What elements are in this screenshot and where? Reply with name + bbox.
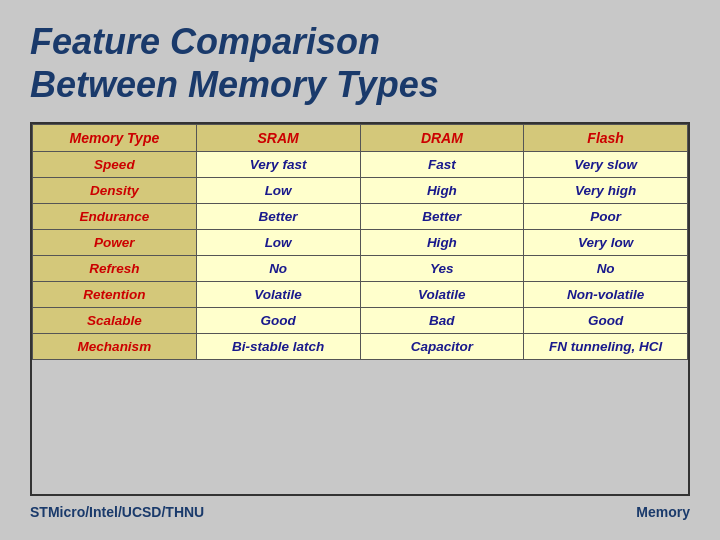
- data-cell: Bad: [360, 308, 524, 334]
- slide-title: Feature Comparison Between Memory Types: [30, 20, 690, 106]
- data-cell: Non-volatile: [524, 282, 688, 308]
- data-cell: Poor: [524, 204, 688, 230]
- table-row: PowerLowHighVery low: [33, 230, 688, 256]
- table-header-row: Memory Type SRAM DRAM Flash: [33, 125, 688, 152]
- data-cell: Fast: [360, 152, 524, 178]
- table-row: EnduranceBetterBetterPoor: [33, 204, 688, 230]
- data-cell: Very fast: [196, 152, 360, 178]
- footer: STMicro/Intel/UCSD/THNU Memory: [30, 504, 690, 520]
- comparison-table-container: Memory Type SRAM DRAM Flash SpeedVery fa…: [30, 122, 690, 496]
- row-header-cell: Retention: [33, 282, 197, 308]
- footer-label: Memory: [636, 504, 690, 520]
- data-cell: Low: [196, 178, 360, 204]
- data-cell: No: [196, 256, 360, 282]
- col-header-flash: Flash: [524, 125, 688, 152]
- row-header-cell: Scalable: [33, 308, 197, 334]
- data-cell: Bi-stable latch: [196, 334, 360, 360]
- row-header-cell: Refresh: [33, 256, 197, 282]
- footer-source: STMicro/Intel/UCSD/THNU: [30, 504, 204, 520]
- col-header-dram: DRAM: [360, 125, 524, 152]
- row-header-cell: Power: [33, 230, 197, 256]
- data-cell: Very high: [524, 178, 688, 204]
- data-cell: High: [360, 230, 524, 256]
- data-cell: Better: [360, 204, 524, 230]
- data-cell: Good: [196, 308, 360, 334]
- row-header-cell: Mechanism: [33, 334, 197, 360]
- slide: Feature Comparison Between Memory Types …: [0, 0, 720, 540]
- row-header-cell: Speed: [33, 152, 197, 178]
- data-cell: Very slow: [524, 152, 688, 178]
- data-cell: High: [360, 178, 524, 204]
- title-line1: Feature Comparison: [30, 21, 380, 62]
- col-header-memory-type: Memory Type: [33, 125, 197, 152]
- row-header-cell: Density: [33, 178, 197, 204]
- table-row: SpeedVery fastFastVery slow: [33, 152, 688, 178]
- data-cell: Capacitor: [360, 334, 524, 360]
- table-row: DensityLowHighVery high: [33, 178, 688, 204]
- data-cell: Volatile: [360, 282, 524, 308]
- data-cell: Very low: [524, 230, 688, 256]
- data-cell: Yes: [360, 256, 524, 282]
- data-cell: No: [524, 256, 688, 282]
- table-body: SpeedVery fastFastVery slowDensityLowHig…: [33, 152, 688, 360]
- data-cell: FN tunneling, HCl: [524, 334, 688, 360]
- table-row: MechanismBi-stable latchCapacitorFN tunn…: [33, 334, 688, 360]
- data-cell: Good: [524, 308, 688, 334]
- table-row: ScalableGoodBadGood: [33, 308, 688, 334]
- data-cell: Low: [196, 230, 360, 256]
- data-cell: Volatile: [196, 282, 360, 308]
- title-line2: Between Memory Types: [30, 64, 439, 105]
- table-row: RefreshNoYesNo: [33, 256, 688, 282]
- comparison-table: Memory Type SRAM DRAM Flash SpeedVery fa…: [32, 124, 688, 360]
- table-row: RetentionVolatileVolatileNon-volatile: [33, 282, 688, 308]
- data-cell: Better: [196, 204, 360, 230]
- row-header-cell: Endurance: [33, 204, 197, 230]
- col-header-sram: SRAM: [196, 125, 360, 152]
